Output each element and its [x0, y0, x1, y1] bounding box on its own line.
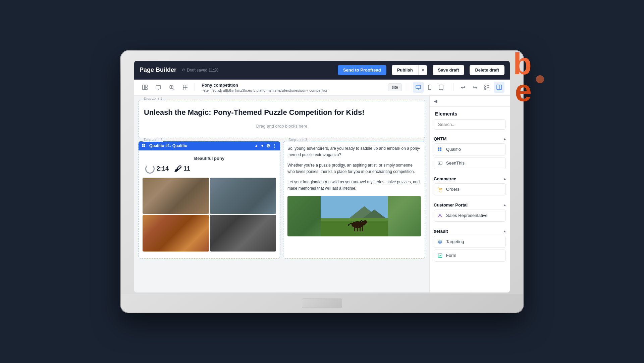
form-element[interactable]: Form [434, 249, 506, 262]
pony-image-1 [143, 178, 209, 214]
drop-zone-3: Drop zone 3 So, young adventurers, are y… [283, 141, 425, 259]
customer-portal-title: Customer Portal [434, 202, 468, 208]
qntm-section: QNTM ▴ Qualifio [430, 134, 510, 174]
qualifio-content: Beautiful pony 2:14 🖌 11 [143, 153, 276, 254]
targeting-element-label: Targeting [446, 239, 464, 244]
mobile-view-icon[interactable] [424, 82, 435, 93]
default-section-header[interactable]: default ▴ [434, 226, 506, 236]
drop-zone-2-label: Drop zone 2 [143, 138, 163, 142]
svg-rect-43 [360, 226, 361, 231]
qualifio-stats: 2:14 🖌 11 [143, 164, 276, 174]
move-down-icon[interactable]: ▼ [260, 143, 264, 148]
customer-portal-section: Customer Portal ▴ Sales Representative [430, 200, 510, 226]
qualifio-settings-icon[interactable]: ⚙ [266, 143, 270, 148]
view-icons [413, 82, 446, 93]
default-title: default [434, 229, 448, 234]
svg-rect-3 [156, 86, 161, 89]
svg-rect-44 [362, 226, 363, 231]
drop-zone-1: Drop zone 1 Unleash the Magic: Pony-Them… [138, 100, 425, 138]
zoom-icon[interactable] [166, 82, 177, 93]
svg-rect-29 [142, 144, 144, 145]
drag-drop-hint: Drag and drop blocks here [144, 120, 420, 133]
elements-search-input[interactable] [434, 119, 506, 130]
svg-point-45 [363, 220, 367, 224]
commerce-title: Commerce [434, 176, 456, 181]
default-chevron: ▴ [504, 229, 506, 233]
targeting-element-icon [437, 238, 443, 245]
svg-rect-1 [145, 85, 147, 87]
structure-view-button[interactable] [482, 82, 492, 93]
form-element-label: Form [446, 253, 456, 258]
sales-rep-element-icon [437, 212, 443, 219]
qntm-section-header[interactable]: QNTM ▴ [434, 134, 506, 143]
qualifio-title: Beautiful pony [143, 156, 276, 161]
svg-rect-51 [439, 163, 440, 164]
qntm-chevron: ▴ [504, 136, 506, 141]
drop-zone-2: Drop zone 2 Qualifio #1: Qualifio ▲ ▼ ⚙ … [138, 141, 280, 259]
svg-rect-2 [145, 88, 147, 90]
elements-panel-title: Elements [430, 107, 510, 119]
toolbar: Pony competition ~ster-7rqtwli-utfbthmkm… [134, 80, 510, 96]
components-icon[interactable] [180, 82, 191, 93]
trackpad [302, 299, 342, 308]
orders-element[interactable]: Orders [434, 183, 506, 195]
orders-element-label: Orders [446, 187, 460, 192]
form-element-icon [437, 252, 443, 259]
svg-rect-48 [438, 149, 439, 151]
svg-point-61 [536, 75, 544, 83]
history-icons: ↩ ↪ [458, 82, 504, 93]
publish-dropdown-button[interactable]: ▾ [418, 65, 427, 75]
default-section: default ▴ Targeting [430, 226, 510, 266]
publish-button[interactable]: Publish [392, 65, 418, 75]
qualifio-element[interactable]: Qualifio [434, 143, 506, 155]
desktop-view-icon[interactable] [413, 82, 424, 93]
seenthis-element[interactable]: SeenThis [434, 157, 506, 169]
qualifio-more-icon[interactable]: ⋮ [272, 143, 277, 148]
qualifio-block-label: Qualifio #1: Qualifio [149, 143, 187, 148]
svg-line-7 [173, 88, 174, 90]
qualifio-element-icon [437, 146, 443, 153]
svg-rect-58 [438, 254, 442, 257]
svg-point-53 [441, 190, 441, 191]
pony-image-4 [210, 215, 276, 252]
qualifio-element-label: Qualifio [446, 147, 461, 152]
site-badge[interactable]: site [388, 83, 402, 91]
targeting-element[interactable]: Targeting [434, 236, 506, 248]
brush-stat: 🖌 11 [174, 165, 190, 173]
svg-rect-42 [357, 226, 358, 231]
preview-icon[interactable] [153, 82, 164, 93]
toolbar-divider-3 [453, 83, 453, 91]
commerce-section-header[interactable]: Commerce ▴ [434, 174, 506, 183]
commerce-section: Commerce ▴ Orders [430, 174, 510, 200]
article-image [287, 196, 421, 236]
toolbar-divider-2 [406, 83, 406, 91]
redo-button[interactable]: ↪ [470, 82, 480, 93]
svg-rect-0 [143, 85, 145, 90]
customer-portal-section-header[interactable]: Customer Portal ▴ [434, 200, 506, 210]
svg-rect-21 [485, 85, 486, 86]
brush-icon: 🖌 [174, 165, 181, 173]
panel-collapse-button[interactable]: ◀ [430, 96, 510, 107]
top-bar: Page Builder Draft saved 11:20 Send to P… [134, 61, 510, 80]
svg-rect-14 [416, 85, 421, 89]
url-bar: Pony competition ~ster-7rqtwli-utfbthmkm… [202, 83, 383, 92]
panel-toggle-button[interactable] [494, 82, 504, 93]
page-name: Pony competition [202, 83, 383, 88]
delete-draft-button[interactable]: Delete draft [470, 65, 504, 75]
layout-icon[interactable] [140, 82, 150, 93]
svg-rect-31 [142, 145, 144, 147]
right-panel: ◀ Elements QNTM ▴ [429, 96, 510, 292]
save-draft-button[interactable]: Save draft [433, 65, 465, 75]
undo-button[interactable]: ↩ [458, 82, 468, 93]
tablet-view-icon[interactable] [436, 82, 446, 93]
qualifio-block-header: Qualifio #1: Qualifio ▲ ▼ ⚙ ⋮ [139, 141, 280, 150]
brand-logo: b e [510, 47, 550, 115]
sales-rep-element[interactable]: Sales Representative [434, 210, 506, 222]
svg-point-52 [439, 190, 440, 191]
qualifio-header-icons: ▲ ▼ ⚙ ⋮ [254, 143, 277, 148]
move-up-icon[interactable]: ▲ [254, 143, 258, 148]
send-proofread-button[interactable]: Send to Proofread [338, 65, 386, 75]
svg-rect-27 [497, 85, 501, 90]
svg-rect-32 [144, 145, 145, 147]
sales-rep-element-label: Sales Representative [446, 213, 488, 218]
